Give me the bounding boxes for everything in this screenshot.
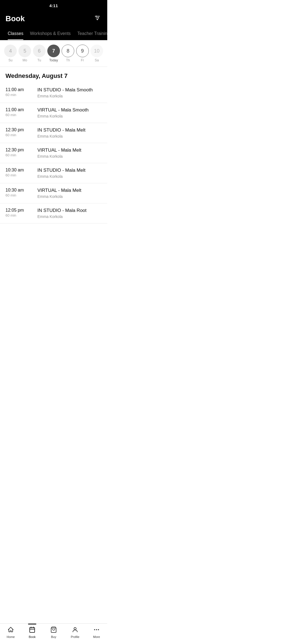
header: Book [0,10,107,28]
class-info-1: VIRTUAL - Mala Smooth Emma Korkola [37,107,102,118]
class-item-4[interactable]: 10:30 am 60 min IN STUDIO - Mala Melt Em… [0,163,107,183]
tabs-bar: Classes Workshops & Events Teacher Train… [0,28,107,40]
class-time-3: 12:30 pm 60 min [6,148,33,157]
date-item-2[interactable]: 6 Tu [33,45,46,62]
date-item-6[interactable]: 10 Sa [90,45,103,62]
date-day-1: Mo [23,58,27,62]
date-num-6: 10 [90,45,103,57]
header-title: Book [6,14,25,23]
date-num-1: 5 [18,45,31,57]
svg-point-4 [98,17,99,18]
tab-workshops[interactable]: Workshops & Events [27,28,74,40]
class-item-2[interactable]: 12:30 pm 60 min IN STUDIO - Mala Melt Em… [0,123,107,143]
date-day-2: Tu [37,58,41,62]
class-info-5: VIRTUAL - Mala Melt Emma Korkola [37,188,102,199]
date-num-0: 4 [4,45,17,57]
class-time-6: 12:05 pm 60 min [6,208,33,217]
date-day-4: Th [66,58,70,62]
class-time-4: 10:30 am 60 min [6,168,33,177]
date-num-5: 9 [76,45,89,57]
class-item-6[interactable]: 12:05 pm 60 min IN STUDIO - Mala Root Em… [0,203,107,223]
svg-point-5 [97,19,98,20]
class-time-1: 11:00 am 60 min [6,107,33,117]
status-time: 4:11 [49,3,58,8]
date-day-0: Su [9,58,13,62]
class-info-6: IN STUDIO - Mala Root Emma Korkola [37,208,102,219]
status-bar: 4:11 [0,0,107,10]
filter-button[interactable] [93,13,102,24]
date-item-1[interactable]: 5 Mo [18,45,31,62]
class-info-3: VIRTUAL - Mala Melt Emma Korkola [37,148,102,159]
tab-teacher-training[interactable]: Teacher Training [74,28,107,40]
class-time-2: 12:30 pm 60 min [6,127,33,137]
date-day-3: Today [49,58,58,62]
class-time-5: 10:30 am 60 min [6,188,33,197]
date-item-0[interactable]: 4 Su [4,45,17,62]
class-item-0[interactable]: 11:00 am 60 min IN STUDIO - Mala Smooth … [0,83,107,103]
date-item-5[interactable]: 9 Fr [76,45,89,62]
section-date-title: Wednesday, August 7 [0,67,107,83]
class-info-2: IN STUDIO - Mala Melt Emma Korkola [37,127,102,138]
filter-icon [94,15,101,21]
date-day-6: Sa [95,58,99,62]
class-item-3[interactable]: 12:30 pm 60 min VIRTUAL - Mala Melt Emma… [0,143,107,163]
date-day-5: Fr [81,58,84,62]
class-item-1[interactable]: 11:00 am 60 min VIRTUAL - Mala Smooth Em… [0,103,107,123]
class-time-0: 11:00 am 60 min [6,87,33,97]
date-num-2: 6 [33,45,46,57]
class-info-4: IN STUDIO - Mala Melt Emma Korkola [37,168,102,179]
date-item-4[interactable]: 8 Th [62,45,74,62]
date-num-3: 7 [47,45,60,57]
class-info-0: IN STUDIO - Mala Smooth Emma Korkola [37,87,102,98]
class-list: 11:00 am 60 min IN STUDIO - Mala Smooth … [0,83,107,251]
class-item-5[interactable]: 10:30 am 60 min VIRTUAL - Mala Melt Emma… [0,183,107,203]
date-num-4: 8 [62,45,74,57]
tab-classes[interactable]: Classes [4,28,27,40]
date-picker: 4 Su 5 Mo 6 Tu 7 Today 8 Th 9 Fr 10 Sa [0,40,107,67]
svg-point-3 [96,16,97,17]
date-item-3[interactable]: 7 Today [47,45,60,62]
